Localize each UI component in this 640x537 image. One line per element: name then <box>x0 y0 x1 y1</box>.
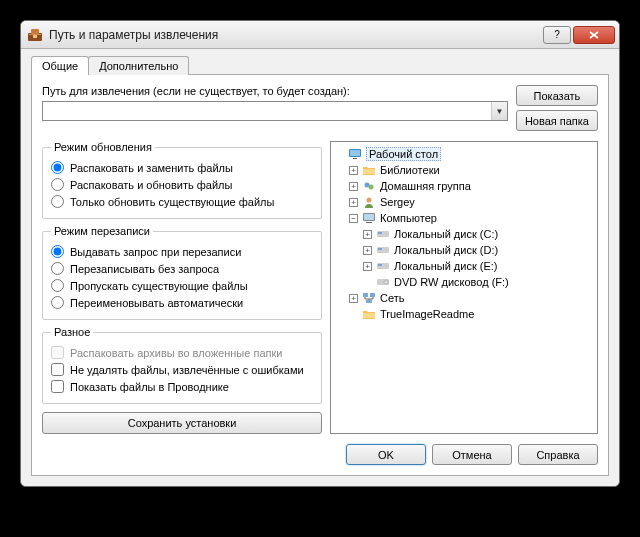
tabstrip: Общие Дополнительно <box>31 56 609 75</box>
path-label: Путь для извлечения (если не существует,… <box>42 85 508 97</box>
tree-homegroup[interactable]: + Домашняя группа <box>349 178 593 194</box>
svg-rect-5 <box>350 150 360 156</box>
close-button[interactable] <box>573 26 615 44</box>
update-mode-legend: Режим обновления <box>51 141 155 153</box>
expander-icon[interactable]: + <box>363 246 372 255</box>
client-area: Общие Дополнительно Путь для извлечения … <box>21 49 619 486</box>
overwrite-opt-ask[interactable]: Выдавать запрос при перезаписи <box>51 243 313 260</box>
expander-icon[interactable]: + <box>349 198 358 207</box>
expander-icon[interactable]: + <box>363 230 372 239</box>
svg-rect-6 <box>353 158 357 159</box>
svg-point-21 <box>384 280 388 284</box>
tree-drive-e[interactable]: + Локальный диск (E:) <box>363 258 593 274</box>
overwrite-opt-rename[interactable]: Переименовывать автоматически <box>51 294 313 311</box>
tree-desktop[interactable]: Рабочий стол <box>335 146 593 162</box>
tab-general[interactable]: Общие <box>31 56 89 75</box>
expander-icon[interactable]: + <box>349 166 358 175</box>
path-input[interactable] <box>43 102 491 120</box>
titlebar[interactable]: Путь и параметры извлечения ? <box>21 21 619 49</box>
svg-point-10 <box>367 198 372 203</box>
folder-icon <box>361 307 377 321</box>
svg-rect-19 <box>378 264 382 266</box>
update-opt-onlyexisting[interactable]: Только обновить существующие файлы <box>51 193 313 210</box>
help-button[interactable]: Справка <box>518 444 598 465</box>
svg-rect-17 <box>378 248 382 250</box>
svg-rect-23 <box>370 293 375 297</box>
drive-icon <box>375 227 391 241</box>
misc-opt-keep-broken[interactable]: Не удалять файлы, извлечённые с ошибками <box>51 361 313 378</box>
monitor-icon <box>347 147 363 161</box>
svg-rect-2 <box>31 29 39 34</box>
window-title: Путь и параметры извлечения <box>49 28 543 42</box>
svg-rect-1 <box>29 34 41 35</box>
tab-advanced[interactable]: Дополнительно <box>88 56 189 75</box>
expander-icon[interactable]: + <box>349 294 358 303</box>
svg-rect-15 <box>378 232 382 234</box>
misc-opt-show-explorer[interactable]: Показать файлы в Проводнике <box>51 378 313 395</box>
expander-icon[interactable]: + <box>363 262 372 271</box>
expander-blank <box>349 310 358 319</box>
tree-drive-f[interactable]: DVD RW дисковод (F:) <box>363 274 593 290</box>
tree-user[interactable]: + Sergey <box>349 194 593 210</box>
misc-group: Разное Распаковать архивы во вложенные п… <box>42 326 322 404</box>
path-combobox[interactable]: ▼ <box>42 101 508 121</box>
svg-rect-12 <box>364 214 374 220</box>
save-settings-button[interactable]: Сохранить установки <box>42 412 322 434</box>
user-icon <box>361 195 377 209</box>
svg-rect-22 <box>363 293 368 297</box>
tree-drive-d[interactable]: + Локальный диск (D:) <box>363 242 593 258</box>
new-folder-button[interactable]: Новая папка <box>516 110 598 131</box>
help-titlebar-button[interactable]: ? <box>543 26 571 44</box>
overwrite-opt-skip[interactable]: Пропускать существующие файлы <box>51 277 313 294</box>
dialog-footer: OK Отмена Справка <box>42 444 598 465</box>
misc-legend: Разное <box>51 326 93 338</box>
svg-rect-25 <box>363 313 375 318</box>
tree-readme[interactable]: TrueImageReadme <box>349 306 593 322</box>
tree-drive-c[interactable]: + Локальный диск (C:) <box>363 226 593 242</box>
svg-rect-3 <box>33 35 37 38</box>
path-dropdown-button[interactable]: ▼ <box>491 102 507 120</box>
overwrite-opt-noask[interactable]: Перезаписывать без запроса <box>51 260 313 277</box>
folder-icon <box>361 163 377 177</box>
expander-icon[interactable]: − <box>349 214 358 223</box>
tree-libraries[interactable]: + Библиотеки <box>349 162 593 178</box>
homegroup-icon <box>361 179 377 193</box>
app-icon <box>27 27 43 43</box>
update-mode-group: Режим обновления Распаковать и заменить … <box>42 141 322 219</box>
computer-icon <box>361 211 377 225</box>
svg-rect-13 <box>366 222 372 223</box>
svg-point-9 <box>369 185 374 190</box>
misc-opt-subfolders: Распаковать архивы во вложенные папки <box>51 344 313 361</box>
expander-icon[interactable]: + <box>349 182 358 191</box>
expander-blank <box>335 150 344 159</box>
tab-panel: Путь для извлечения (если не существует,… <box>31 74 609 476</box>
svg-rect-24 <box>366 300 372 303</box>
show-button[interactable]: Показать <box>516 85 598 106</box>
expander-blank <box>363 278 372 287</box>
network-icon <box>361 291 377 305</box>
drive-icon <box>375 259 391 273</box>
cancel-button[interactable]: Отмена <box>432 444 512 465</box>
dvd-icon <box>375 275 391 289</box>
update-opt-update[interactable]: Распаковать и обновить файлы <box>51 176 313 193</box>
dialog-window: Путь и параметры извлечения ? Общие Допо… <box>20 20 620 487</box>
drive-icon <box>375 243 391 257</box>
ok-button[interactable]: OK <box>346 444 426 465</box>
tree-computer[interactable]: − Компьютер <box>349 210 593 226</box>
svg-rect-7 <box>363 169 375 174</box>
overwrite-mode-legend: Режим перезаписи <box>51 225 153 237</box>
tree-network[interactable]: + Сеть <box>349 290 593 306</box>
folder-tree[interactable]: Рабочий стол + Библиотеки + Домашняя гру… <box>330 141 598 434</box>
update-opt-replace[interactable]: Распаковать и заменить файлы <box>51 159 313 176</box>
overwrite-mode-group: Режим перезаписи Выдавать запрос при пер… <box>42 225 322 320</box>
